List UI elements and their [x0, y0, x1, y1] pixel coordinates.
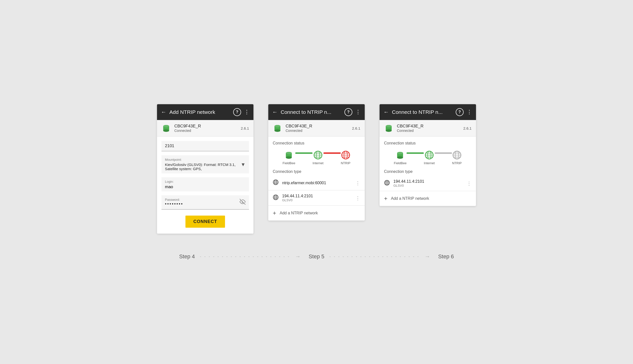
- step5-to-step6-dashes: - - - - - - - - - - - - - - - - - - - - …: [324, 254, 425, 259]
- screen1-password-label: Password:: [165, 198, 238, 202]
- ntrip-globe-gray-icon: [452, 150, 462, 160]
- svg-point-3: [163, 125, 169, 128]
- screen3-ntrip-label: NTRIP: [452, 161, 462, 165]
- screen1-password-inner: Password: ••••••••: [165, 198, 238, 207]
- screen2-connection-item-1[interactable]: ntrip.efarmer.mobi:60001 ⋮: [268, 176, 365, 190]
- screen1-title: Add NTRIP network: [169, 109, 230, 115]
- screen3-header: ← Connect to NTRIP n... ? ⋮: [379, 104, 476, 120]
- screens-container: ← Add NTRIP network ? ⋮ CBC9F43E_R Conne…: [157, 104, 476, 234]
- screen1-more-icon[interactable]: ⋮: [244, 109, 250, 115]
- screen1-device-version: 2.6.1: [241, 126, 249, 130]
- screen3-device-name: CBC9F43E_R: [397, 124, 460, 129]
- svg-point-11: [286, 152, 292, 154]
- screen2-status-internet: Internet: [313, 150, 323, 165]
- screen3-back-icon[interactable]: ←: [383, 109, 389, 115]
- step4-label: Step 4: [179, 253, 195, 260]
- screen2-ntrip-label: NTRIP: [341, 161, 350, 165]
- screen1-password-value: ••••••••: [165, 202, 238, 207]
- screen3-device-row: CBC9F43E_R Connected 2.6.1: [379, 120, 476, 136]
- screen3-status-row: FieldBee Internet: [379, 148, 476, 170]
- screen-3: ← Connect to NTRIP n... ? ⋮ CBC9F43E_R C…: [379, 104, 476, 206]
- screen3-connection-1-more-icon[interactable]: ⋮: [467, 180, 472, 186]
- plus-icon: +: [273, 210, 276, 216]
- screen2-device-version: 2.6.1: [352, 126, 360, 130]
- screen2-connection-1-info: ntrip.efarmer.mobi:60001: [282, 181, 352, 185]
- screen3-title: Connect to NTRIP n...: [392, 109, 453, 115]
- screen1-device-icon: [161, 124, 171, 133]
- screen2-line2: [323, 152, 341, 154]
- screen2-status-row: FieldBee Internet: [268, 148, 365, 170]
- step4-to-step5-arrow: →: [295, 253, 301, 260]
- step4-to-step5-dashes: - - - - - - - - - - - - - - - - - - - - …: [195, 254, 295, 259]
- svg-point-2: [163, 130, 169, 132]
- screen3-line2: [435, 152, 452, 154]
- screen2-add-network[interactable]: + Add a NTRIP network: [268, 206, 365, 220]
- screen3-connection-type-section: Connection type 194.44.11.4:2101 GLSV0 ⋮: [379, 170, 476, 206]
- screen3-fieldbee-label: FieldBee: [394, 161, 406, 165]
- svg-point-39: [397, 152, 403, 154]
- screen2-add-network-label: Add a NTRIP network: [280, 211, 318, 215]
- plus-icon-2: +: [384, 195, 387, 202]
- svg-point-34: [386, 130, 392, 132]
- screen3-connection-1-info: 194.44.11.4:2101 GLSV0: [393, 179, 463, 188]
- screen3-status-fieldbee: FieldBee: [394, 150, 406, 165]
- screen1-device-row: CBC9F43E_R Connected 2.6.1: [157, 120, 254, 136]
- screen3-internet-globe-icon: [425, 150, 434, 160]
- screen3-connection-item-1[interactable]: 194.44.11.4:2101 GLSV0 ⋮: [379, 176, 476, 191]
- screen1-mountpoint-label: Mountpoint:: [165, 158, 246, 162]
- globe-icon-3: [384, 180, 390, 187]
- screen2-connection-2-name: 194.44.11.4:2101: [282, 194, 352, 198]
- screen2-connection-status-title: Connection status: [273, 141, 360, 146]
- screen3-fieldbee-icon: [395, 150, 405, 160]
- connect-button[interactable]: CONNECT: [185, 216, 225, 228]
- screen1-port-input[interactable]: [161, 141, 249, 152]
- steps-row: Step 4 - - - - - - - - - - - - - - - - -…: [179, 253, 454, 260]
- svg-point-6: [275, 130, 280, 132]
- screen-2: ← Connect to NTRIP n... ? ⋮ CBC9F43E_R C…: [268, 104, 365, 220]
- screen2-more-icon[interactable]: ⋮: [355, 109, 361, 115]
- screen3-device-info: CBC9F43E_R Connected: [397, 124, 460, 132]
- screen1-mountpoint-dropdown[interactable]: Mountpoint: Kiev/Golosiiv (GLSV0): Forma…: [161, 155, 249, 173]
- screen2-connection-2-sub: GLSV0: [282, 198, 352, 202]
- screen3-internet-label: Internet: [424, 161, 435, 165]
- screen1-login-label: Login:: [165, 180, 246, 184]
- screen2-connection-type-title: Connection type: [273, 170, 360, 174]
- screen3-line1: [406, 152, 424, 154]
- screen2-connection-status-section: Connection status FieldBee: [268, 141, 365, 170]
- screen2-fieldbee-label: FieldBee: [283, 161, 295, 165]
- screen2-connection-1-more-icon[interactable]: ⋮: [355, 180, 360, 186]
- screen3-connection-1-sub: GLSV0: [393, 184, 463, 188]
- screen1-device-status: Connected: [174, 129, 237, 132]
- ntrip-globe-red-icon: [341, 150, 350, 160]
- svg-point-10: [286, 156, 292, 159]
- screen3-device-icon: [384, 124, 393, 133]
- screen-1: ← Add NTRIP network ? ⋮ CBC9F43E_R Conne…: [157, 104, 254, 234]
- globe-icon-1: [273, 179, 279, 187]
- svg-point-38: [397, 156, 403, 159]
- screen1-back-icon[interactable]: ←: [161, 109, 166, 115]
- screen2-device-name: CBC9F43E_R: [286, 124, 349, 129]
- screen3-add-network[interactable]: + Add a NTRIP network: [379, 191, 476, 206]
- screen1-login-input[interactable]: [165, 184, 246, 190]
- screen3-connection-1-name: 194.44.11.4:2101: [393, 179, 463, 184]
- screen2-back-icon[interactable]: ←: [272, 109, 278, 115]
- step5-to-step6-arrow: →: [425, 253, 430, 260]
- eye-slash-icon[interactable]: [240, 199, 246, 206]
- screen2-connection-2-more-icon[interactable]: ⋮: [355, 195, 360, 201]
- screen3-more-icon[interactable]: ⋮: [467, 109, 472, 115]
- fieldbee-dot-icon: [284, 150, 294, 160]
- screen1-content: Mountpoint: Kiev/Golosiiv (GLSV0): Forma…: [157, 136, 254, 234]
- internet-globe-icon: [313, 150, 323, 160]
- screen3-status-internet: Internet: [424, 150, 435, 165]
- screen1-help-icon[interactable]: ?: [233, 108, 241, 116]
- screen2-device-status: Connected: [286, 129, 349, 132]
- screen2-connection-1-name: ntrip.efarmer.mobi:60001: [282, 181, 352, 185]
- svg-point-7: [275, 125, 280, 128]
- screen2-status-ntrip: NTRIP: [341, 150, 350, 165]
- screen2-title: Connect to NTRIP n...: [281, 109, 341, 115]
- screen2-help-icon[interactable]: ?: [344, 108, 352, 116]
- screen2-connection-type-section: Connection type ntrip.efarmer.mobi:60001…: [268, 170, 365, 220]
- screen3-help-icon[interactable]: ?: [456, 108, 464, 116]
- screen3-connection-status-section: Connection status FieldBee: [379, 141, 476, 170]
- screen2-connection-item-2[interactable]: 194.44.11.4:2101 GLSV0 ⋮: [268, 190, 365, 206]
